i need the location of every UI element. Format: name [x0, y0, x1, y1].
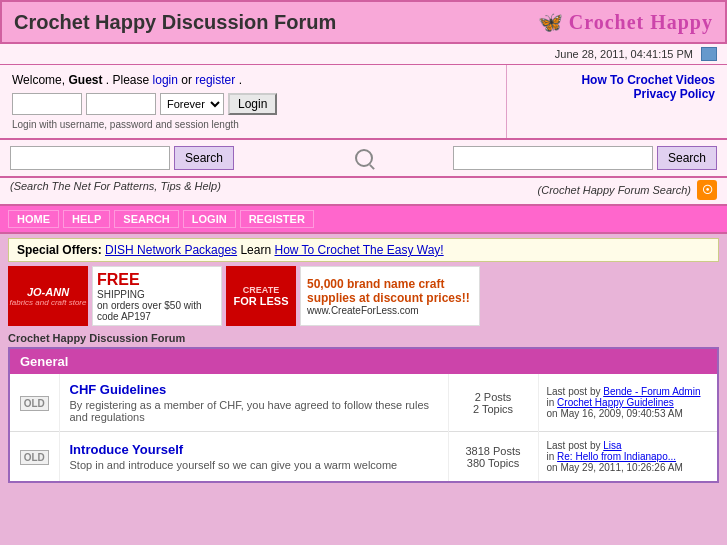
nav-login[interactable]: LOGIN [183, 210, 236, 228]
last-post-in: in [547, 397, 555, 408]
free-text: FREE [97, 271, 140, 289]
last-post-date: on May 29, 2011, 10:26:26 AM [547, 462, 683, 473]
forum-stats-cell: 2 Posts 2 Topics [448, 374, 538, 432]
dish-network-link[interactable]: DISH Network Packages [105, 243, 237, 257]
last-post-label: Last post [547, 386, 588, 397]
forum-desc: Stop in and introduce yourself so we can… [70, 459, 438, 471]
rss-icon[interactable]: ☉ [697, 180, 717, 200]
username-field[interactable] [12, 93, 82, 115]
forum-row-icon-cell: OLD [9, 374, 59, 432]
forum-table: General OLD CHF Guidelines By registerin… [8, 347, 719, 483]
special-offers-bar: Special Offers: DISH Network Packages Le… [8, 238, 719, 262]
logo-area: 🦋 Crochet Happy [538, 10, 713, 34]
nav-help[interactable]: HELP [63, 210, 110, 228]
welcome-message: Welcome, Guest . Please login or registe… [12, 73, 494, 87]
forum-row: OLD Introduce Yourself Stop in and intro… [9, 432, 718, 483]
craft-supplies-ad[interactable]: 50,000 brand name craft supplies at disc… [300, 266, 480, 326]
session-select-wrap[interactable]: Forever [160, 93, 224, 115]
welcome-text: Welcome, [12, 73, 65, 87]
net-search-button[interactable]: Search [174, 146, 234, 170]
guest-label: Guest [68, 73, 102, 87]
general-section-header: General [9, 348, 718, 374]
forum-row-icon-cell: OLD [9, 432, 59, 483]
page-header: Crochet Happy Discussion Forum 🦋 Crochet… [0, 0, 727, 44]
create-label: CREATE [243, 285, 279, 295]
breadcrumb: Crochet Happy Discussion Forum [8, 332, 719, 344]
joann-subtitle: fabrics and craft store [10, 298, 87, 307]
forum-title-link[interactable]: Introduce Yourself [70, 442, 184, 457]
search-hints: (Search The Net For Patterns, Tips & Hel… [0, 178, 727, 206]
login-button[interactable]: Login [228, 93, 277, 115]
login-right-panel: How To Crochet Videos Privacy Policy [507, 65, 727, 138]
net-search-hint: (Search The Net For Patterns, Tips & Hel… [10, 180, 221, 192]
last-post-thread-link[interactable]: Crochet Happy Guidelines [557, 397, 674, 408]
free-shipping-ad[interactable]: FREE SHIPPING on orders over $50 with co… [92, 266, 222, 326]
nav-register[interactable]: REGISTER [240, 210, 314, 228]
forum-stats-cell: 3818 Posts 380 Topics [448, 432, 538, 483]
forum-row: OLD CHF Guidelines By registering as a m… [9, 374, 718, 432]
password-field[interactable] [86, 93, 156, 115]
minimize-icon[interactable] [701, 47, 717, 61]
forum-topics: 380 Topics [455, 457, 532, 469]
forum-title-link[interactable]: CHF Guidelines [70, 382, 167, 397]
for-less-label: FOR LESS [233, 295, 288, 307]
forum-last-post-cell: Last post by Lisa in Re: Hello from Indi… [538, 432, 718, 483]
nav-search[interactable]: SEARCH [114, 210, 178, 228]
login-link[interactable]: login [153, 73, 178, 87]
create-for-less-ad[interactable]: CREATE FOR LESS [226, 266, 296, 326]
search-right: Search [389, 146, 718, 170]
special-offers-label: Special Offers: [17, 243, 102, 257]
current-datetime: June 28, 2011, 04:41:15 PM [555, 48, 693, 60]
last-post-by: by [590, 386, 601, 397]
forum-desc: By registering as a member of CHF, you h… [70, 399, 438, 423]
last-post-label: Last post [547, 440, 588, 451]
forum-posts: 2 Posts [455, 391, 532, 403]
forum-topics: 2 Topics [455, 403, 532, 415]
last-post-by: by [590, 440, 601, 451]
privacy-policy-link[interactable]: Privacy Policy [519, 87, 715, 101]
search-bar: Search Search [0, 140, 727, 178]
session-select[interactable]: Forever [161, 94, 223, 114]
old-badge: OLD [20, 450, 49, 465]
how-to-crochet-link[interactable]: How To Crochet Videos [519, 73, 715, 87]
forum-search-hint-wrap: (Crochet Happy Forum Search) ☉ [538, 180, 717, 200]
forum-info-cell: CHF Guidelines By registering as a membe… [59, 374, 448, 432]
net-search-input[interactable] [10, 146, 170, 170]
forum-search-hint: (Crochet Happy Forum Search) [538, 184, 691, 196]
craft-title: 50,000 brand name craft supplies at disc… [307, 277, 473, 305]
last-post-user-link[interactable]: Lisa [603, 440, 621, 451]
forum-last-post-cell: Last post by Bende - Forum Admin in Croc… [538, 374, 718, 432]
how-to-crochet-offer-link[interactable]: How To Crochet The Easy Way! [274, 243, 443, 257]
login-left-panel: Welcome, Guest . Please login or registe… [0, 65, 507, 138]
search-divider [347, 149, 381, 167]
search-left: Search [10, 146, 339, 170]
forum-posts: 3818 Posts [455, 445, 532, 457]
search-icon [355, 149, 373, 167]
forum-search-input[interactable] [453, 146, 653, 170]
top-bar: June 28, 2011, 04:41:15 PM [0, 44, 727, 65]
joann-title: JO-ANN [27, 286, 69, 298]
shipping-text: SHIPPING [97, 289, 145, 300]
login-section: Welcome, Guest . Please login or registe… [0, 65, 727, 140]
forum-search-button[interactable]: Search [657, 146, 717, 170]
logo-text: Crochet Happy [569, 11, 713, 34]
period-text: . [239, 73, 242, 87]
login-fields-row: Forever Login [12, 93, 494, 115]
last-post-date: on May 16, 2009, 09:40:53 AM [547, 408, 683, 419]
please-text: . Please [106, 73, 149, 87]
nav-bar: HOME HELP SEARCH LOGIN REGISTER [0, 206, 727, 234]
nav-home[interactable]: HOME [8, 210, 59, 228]
shipping-details: on orders over $50 with code AP197 [97, 300, 217, 322]
forum-info-cell: Introduce Yourself Stop in and introduce… [59, 432, 448, 483]
or-text: or [181, 73, 192, 87]
last-post-user-link[interactable]: Bende - Forum Admin [603, 386, 700, 397]
last-post-thread-link[interactable]: Re: Hello from Indianapo... [557, 451, 676, 462]
joann-ad[interactable]: JO-ANN fabrics and craft store [8, 266, 88, 326]
site-title: Crochet Happy Discussion Forum [14, 11, 336, 34]
login-hint: Login with username, password and sessio… [12, 119, 494, 130]
craft-url: www.CreateForLess.com [307, 305, 419, 316]
learn-text: Learn [240, 243, 271, 257]
butterfly-icon: 🦋 [538, 10, 563, 34]
register-link[interactable]: register [195, 73, 235, 87]
ads-bar: JO-ANN fabrics and craft store FREE SHIP… [8, 266, 719, 326]
